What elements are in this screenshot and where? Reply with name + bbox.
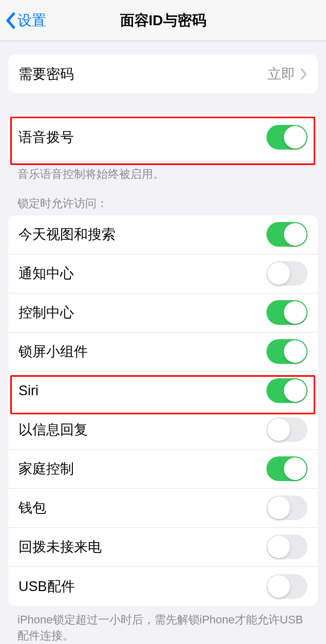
- locked-access-header: 锁定时允许访问：: [0, 182, 326, 215]
- toggle-knob: [267, 418, 290, 441]
- row-locked-item: Siri: [8, 372, 318, 411]
- locked-item-label: 钱包: [18, 499, 46, 517]
- group-voice-dial: 语音拨号: [8, 114, 318, 160]
- toggle-knob: [284, 457, 306, 480]
- toggle-knob: [284, 379, 306, 402]
- locked-item-label: 回拨未接来电: [18, 538, 102, 556]
- group-require-passcode: 需要密码 立即: [8, 54, 318, 94]
- locked-item-toggle[interactable]: [266, 339, 308, 364]
- toggle-knob: [267, 496, 290, 519]
- row-locked-item: 以信息回复: [8, 411, 318, 450]
- toggle-knob: [284, 126, 306, 149]
- locked-item-toggle[interactable]: [266, 495, 308, 520]
- row-require-passcode[interactable]: 需要密码 立即: [8, 54, 318, 94]
- row-locked-item: 通知中心: [8, 254, 318, 293]
- locked-item-label: 锁屏小组件: [18, 342, 88, 361]
- row-locked-item: 回拨未接来电: [8, 528, 318, 567]
- require-passcode-value: 立即: [267, 65, 295, 83]
- locked-item-label: 控制中心: [18, 303, 74, 322]
- back-button[interactable]: 设置: [0, 11, 46, 30]
- chevron-right-icon: [300, 68, 308, 80]
- toggle-knob: [267, 262, 290, 285]
- chevron-left-icon: [5, 12, 15, 29]
- toggle-knob: [284, 223, 306, 246]
- toggle-knob: [284, 301, 306, 324]
- page-title: 面容ID与密码: [120, 11, 206, 30]
- voice-dial-label: 语音拨号: [18, 128, 74, 146]
- locked-item-toggle[interactable]: [266, 300, 308, 325]
- locked-item-label: USB配件: [18, 577, 75, 596]
- back-label: 设置: [17, 11, 46, 30]
- nav-header: 设置 面容ID与密码: [0, 0, 326, 41]
- locked-item-label: 通知中心: [18, 264, 74, 283]
- row-locked-item: 家庭控制: [8, 450, 318, 489]
- locked-item-toggle[interactable]: [266, 261, 308, 286]
- require-passcode-label: 需要密码: [18, 65, 74, 83]
- toggle-knob: [284, 340, 306, 363]
- voice-dial-toggle[interactable]: [266, 125, 308, 150]
- locked-item-label: 以信息回复: [18, 420, 88, 439]
- locked-item-label: 今天视图和搜索: [18, 225, 116, 244]
- locked-item-label: 家庭控制: [18, 459, 74, 478]
- locked-item-toggle[interactable]: [266, 574, 308, 599]
- voice-dial-footer: 音乐语音控制将始终被启用。: [0, 160, 326, 182]
- locked-item-toggle[interactable]: [266, 378, 308, 403]
- row-locked-item: 锁屏小组件: [8, 333, 318, 372]
- locked-item-toggle[interactable]: [266, 417, 308, 442]
- toggle-knob: [267, 575, 290, 598]
- require-passcode-value-group: 立即: [267, 65, 308, 83]
- locked-item-label: Siri: [18, 383, 39, 399]
- toggle-knob: [267, 536, 290, 558]
- row-locked-item: 控制中心: [8, 293, 318, 333]
- locked-item-toggle[interactable]: [266, 222, 308, 247]
- locked-item-toggle[interactable]: [266, 456, 308, 481]
- row-locked-item: 今天视图和搜索: [8, 215, 318, 254]
- usb-footer: iPhone锁定超过一小时后，需先解锁iPhone才能允许USB配件连接。: [0, 606, 326, 644]
- group-locked-access: 今天视图和搜索通知中心控制中心锁屏小组件Siri以信息回复家庭控制钱包回拨未接来…: [8, 215, 318, 606]
- row-locked-item: USB配件: [8, 567, 318, 606]
- row-voice-dial: 语音拨号: [8, 114, 318, 160]
- row-locked-item: 钱包: [8, 489, 318, 528]
- locked-item-toggle[interactable]: [266, 535, 308, 559]
